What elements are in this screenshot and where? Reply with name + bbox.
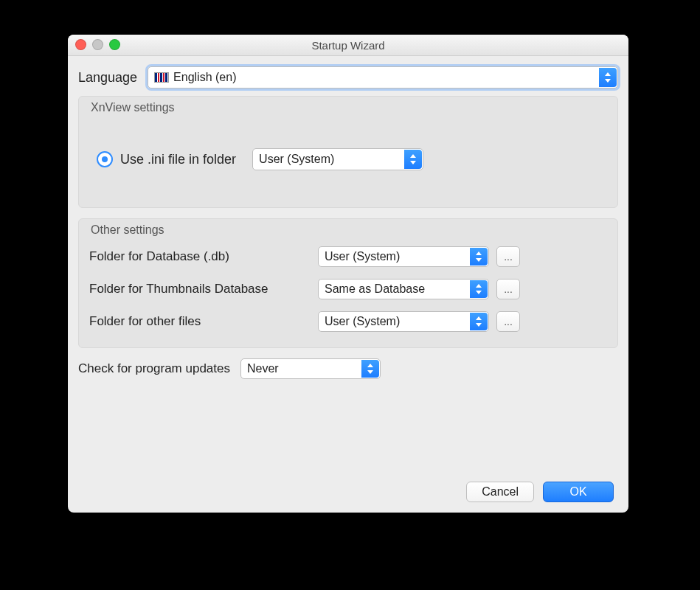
dropdown-arrows-icon bbox=[361, 360, 379, 378]
db-folder-label: Folder for Database (.db) bbox=[89, 249, 318, 264]
dropdown-arrows-icon bbox=[470, 248, 488, 266]
thumbs-folder-browse-button[interactable]: ... bbox=[496, 279, 520, 299]
language-select[interactable]: English (en) bbox=[148, 66, 618, 88]
db-folder-row: Folder for Database (.db) User (System) … bbox=[89, 244, 607, 269]
thumbs-folder-select[interactable]: Same as Database bbox=[318, 279, 489, 299]
db-folder-browse-button[interactable]: ... bbox=[496, 246, 520, 267]
thumbs-folder-value: Same as Database bbox=[325, 282, 425, 296]
thumbs-folder-label: Folder for Thumbnails Database bbox=[89, 282, 318, 296]
titlebar: Startup Wizard bbox=[68, 35, 628, 56]
dropdown-arrows-icon bbox=[599, 68, 617, 87]
ini-file-radio-label: Use .ini file in folder bbox=[120, 152, 236, 167]
ellipsis-icon: ... bbox=[504, 316, 513, 327]
radio-dot-icon bbox=[102, 156, 108, 162]
language-label: Language bbox=[78, 70, 137, 86]
window-title: Startup Wizard bbox=[311, 39, 384, 52]
xnview-settings-group: XnView settings Use .ini file in folder … bbox=[78, 96, 618, 208]
other-settings-legend: Other settings bbox=[88, 223, 167, 237]
xnview-settings-legend: XnView settings bbox=[88, 101, 178, 114]
db-folder-value: User (System) bbox=[325, 250, 400, 263]
other-files-folder-browse-button[interactable]: ... bbox=[496, 311, 520, 332]
updates-label: Check for program updates bbox=[78, 361, 230, 376]
ellipsis-icon: ... bbox=[504, 283, 513, 295]
zoom-window-button[interactable] bbox=[109, 39, 120, 50]
ellipsis-icon: ... bbox=[504, 251, 513, 263]
dropdown-arrows-icon bbox=[470, 280, 488, 298]
other-files-folder-label: Folder for other files bbox=[89, 314, 318, 329]
uk-flag-icon bbox=[154, 72, 169, 83]
other-files-folder-select[interactable]: User (System) bbox=[318, 311, 489, 332]
updates-value: Never bbox=[247, 362, 279, 375]
other-files-folder-row: Folder for other files User (System) ... bbox=[89, 309, 607, 334]
ini-folder-value: User (System) bbox=[259, 153, 334, 166]
window-controls bbox=[75, 39, 120, 50]
content-area: Language English (en) XnView settings Us… bbox=[68, 56, 628, 388]
minimize-window-button[interactable] bbox=[92, 39, 103, 50]
close-window-button[interactable] bbox=[75, 39, 86, 50]
ok-button-label: OK bbox=[569, 485, 586, 499]
language-row: Language English (en) bbox=[78, 66, 618, 88]
other-files-folder-value: User (System) bbox=[325, 315, 400, 328]
ok-button[interactable]: OK bbox=[543, 482, 614, 502]
ini-file-radio-row: Use .ini file in folder User (System) bbox=[97, 148, 607, 170]
cancel-button-label: Cancel bbox=[482, 485, 519, 499]
language-value: English (en) bbox=[173, 71, 236, 84]
db-folder-select[interactable]: User (System) bbox=[318, 246, 489, 267]
other-settings-group: Other settings Folder for Database (.db)… bbox=[78, 218, 618, 348]
startup-wizard-window: Startup Wizard Language English (en) XnV… bbox=[68, 35, 628, 513]
ini-folder-select[interactable]: User (System) bbox=[252, 148, 423, 170]
dropdown-arrows-icon bbox=[470, 313, 488, 330]
cancel-button[interactable]: Cancel bbox=[466, 482, 534, 502]
updates-row: Check for program updates Never bbox=[78, 358, 618, 379]
ini-file-radio[interactable] bbox=[97, 151, 113, 167]
updates-select[interactable]: Never bbox=[240, 358, 381, 379]
dropdown-arrows-icon bbox=[404, 150, 422, 169]
thumbs-folder-row: Folder for Thumbnails Database Same as D… bbox=[89, 277, 607, 302]
dialog-footer: Cancel OK bbox=[466, 482, 614, 502]
